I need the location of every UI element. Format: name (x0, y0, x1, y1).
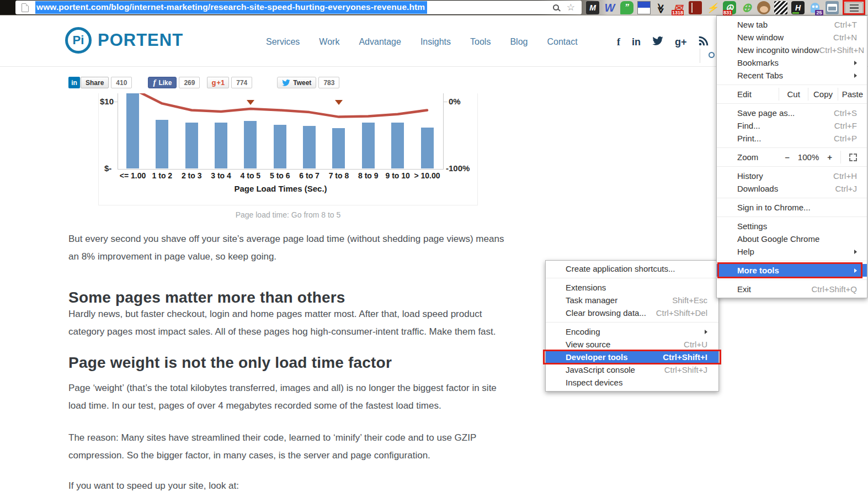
ext-lightning-icon[interactable]: ⚡ (706, 1, 719, 14)
rss-icon[interactable] (699, 36, 709, 49)
zoom-in-button[interactable]: + (827, 151, 832, 163)
menu-item-about-google-chrome[interactable]: About Google Chrome (717, 232, 867, 245)
portent-logo[interactable]: Pi PORTENT (65, 27, 183, 54)
chrome-menu-button[interactable] (845, 2, 863, 14)
menu-item-copy[interactable]: Copy (808, 88, 837, 101)
submenu-item-inspect-devices[interactable]: Inspect devices (546, 376, 718, 389)
submenu-item-developer-tools[interactable]: Developer tools Ctrl+Shift+I (546, 351, 718, 363)
menu-item-recent-tabs[interactable]: Recent Tabs (717, 69, 867, 82)
menu-item-new-incognito-window[interactable]: New incognito windowCtrl+Shift+N (717, 44, 867, 56)
linkedin-icon[interactable]: in (632, 36, 641, 48)
menu-item-more-tools[interactable]: More tools (717, 264, 867, 277)
left-axis-bottom-label: $- (104, 163, 111, 173)
address-bar[interactable]: www.portent.com/blog/internet-marketing/… (15, 1, 582, 14)
ext-layers-icon[interactable]: ≫ (654, 1, 668, 14)
ext-speech-bubble-icon[interactable]: ” (620, 1, 633, 14)
ext-flag-icon[interactable] (637, 1, 651, 14)
bookmark-star-icon[interactable]: ☆ (567, 3, 575, 12)
chart-x-label: <= 1.00 (116, 171, 150, 180)
social-links: f in g+ (617, 36, 709, 49)
linkedin-share-button[interactable]: Share (81, 77, 109, 88)
chart-x-label: 3 to 4 (205, 171, 238, 180)
chart-x-label: 2 to 3 (175, 171, 208, 180)
ext-book-icon[interactable] (689, 1, 702, 14)
header-search-icon[interactable] (709, 52, 715, 58)
nav-work[interactable]: Work (319, 37, 339, 47)
ext-mail-icon[interactable]: ✉1318 (672, 1, 685, 14)
gplus-plusone-button[interactable]: g+1 (207, 77, 229, 88)
submenu-arrow-icon (854, 268, 857, 273)
facebook-icon[interactable]: f (617, 36, 620, 48)
linkedin-share-count: 410 (111, 77, 132, 88)
menu-item-new-window[interactable]: New windowCtrl+N (717, 31, 867, 44)
fullscreen-icon[interactable] (849, 154, 857, 161)
article-paragraph-5: If you want to speed up your site, look … (68, 477, 515, 495)
twitter-icon[interactable] (652, 36, 663, 48)
mail-badge: 1318 (672, 10, 684, 15)
tweet-button[interactable]: Tweet (277, 77, 316, 88)
menu-item-print[interactable]: Print...Ctrl+P (717, 132, 867, 145)
chart-marker-triangle (335, 100, 343, 105)
ext-monkey-icon[interactable] (757, 1, 770, 14)
menu-item-new-tab[interactable]: New tabCtrl+T (717, 18, 867, 31)
ext-wikipedia-icon[interactable]: W (603, 1, 616, 14)
chart-x-label: 5 to 6 (263, 171, 296, 180)
nav-advantage[interactable]: Advantage (359, 37, 401, 47)
menu-item-bookmarks[interactable]: Bookmarks (717, 56, 867, 69)
tweet-count: 783 (318, 77, 339, 88)
article-paragraph-4: The reason: Many sites have streamlined … (68, 429, 515, 464)
menu-item-find[interactable]: Find...Ctrl+F (717, 119, 867, 132)
section-heading-1: Some pages matter more than others (68, 289, 515, 307)
zoom-search-icon[interactable] (553, 4, 559, 10)
menu-item-edit[interactable]: Edit (717, 88, 779, 101)
submenu-item-clear-browsing-data[interactable]: Clear browsing data...Ctrl+Shift+Del (546, 307, 718, 319)
ext-m-icon[interactable]: M (586, 1, 599, 14)
submenu-arrow-icon (854, 73, 857, 78)
menu-item-save-page-as[interactable]: Save page as...Ctrl+S (717, 107, 867, 119)
menu-separator (717, 103, 867, 104)
submenu-item-view-source[interactable]: View sourceCtrl+U (546, 338, 718, 351)
ext-peace-icon[interactable]: ☮831 (723, 1, 736, 14)
article-paragraph-1: But every second you shave off your site… (68, 230, 515, 266)
menu-item-zoom: Zoom – 100% + (717, 151, 867, 163)
nav-tools[interactable]: Tools (470, 37, 491, 47)
submenu-item-create-application-shortcuts[interactable]: Create application shortcuts... (546, 262, 718, 275)
menu-item-history[interactable]: HistoryCtrl+H (717, 170, 867, 182)
submenu-item-javascript-console[interactable]: JavaScript consoleCtrl+Shift+J (546, 363, 718, 376)
menu-item-settings[interactable]: Settings (717, 220, 867, 232)
nav-blog[interactable]: Blog (510, 37, 528, 47)
chart-x-label: 7 to 8 (322, 171, 355, 180)
extensions-row: M W ” ≫ ✉1318 ⚡ ☮831 ⊕ H 25 (586, 1, 839, 14)
zoom-out-button[interactable]: – (785, 151, 790, 163)
more-tools-submenu: Create application shortcuts... Extensio… (545, 260, 719, 392)
menu-separator (717, 279, 867, 280)
ext-devtools-icon[interactable] (826, 1, 839, 14)
submenu-item-extensions[interactable]: Extensions (546, 281, 718, 294)
share-bar: in Share 410 f Like 269 g+1 774 Tweet 78… (68, 77, 339, 88)
nav-insights[interactable]: Insights (420, 37, 451, 47)
submenu-item-task-manager[interactable]: Task managerShift+Esc (546, 294, 718, 307)
gplus-g-icon: g (211, 78, 216, 87)
url-text[interactable]: www.portent.com/blog/internet-marketing/… (35, 1, 427, 14)
ext-ribbon-icon[interactable] (774, 1, 787, 14)
googleplus-icon[interactable]: g+ (675, 36, 687, 48)
menu-item-sign-in-to-chrome[interactable]: Sign in to Chrome... (717, 201, 867, 214)
submenu-item-encoding[interactable]: Encoding (546, 325, 718, 338)
section-heading-2: Page weight is not the only load time fa… (68, 354, 515, 372)
bottom-axis-line (118, 169, 444, 170)
menu-item-help[interactable]: Help (717, 245, 867, 258)
facebook-like-button[interactable]: f Like (148, 77, 177, 88)
gplus-count: 774 (231, 77, 252, 88)
ext-h-icon[interactable]: H (791, 1, 805, 14)
ext-ghost-icon[interactable]: 25 (808, 1, 822, 14)
menu-separator (546, 278, 718, 278)
ext-target-icon[interactable]: ⊕ (740, 1, 753, 14)
chrome-menu: New tabCtrl+T New windowCtrl+N New incog… (716, 15, 867, 298)
zoom-level: 100% (798, 151, 819, 163)
menu-item-downloads[interactable]: DownloadsCtrl+J (717, 182, 867, 195)
nav-contact[interactable]: Contact (547, 37, 577, 47)
menu-item-exit[interactable]: ExitCtrl+Shift+Q (717, 283, 867, 295)
menu-item-paste[interactable]: Paste (838, 88, 867, 101)
nav-services[interactable]: Services (266, 37, 300, 47)
menu-item-cut[interactable]: Cut (779, 88, 808, 101)
